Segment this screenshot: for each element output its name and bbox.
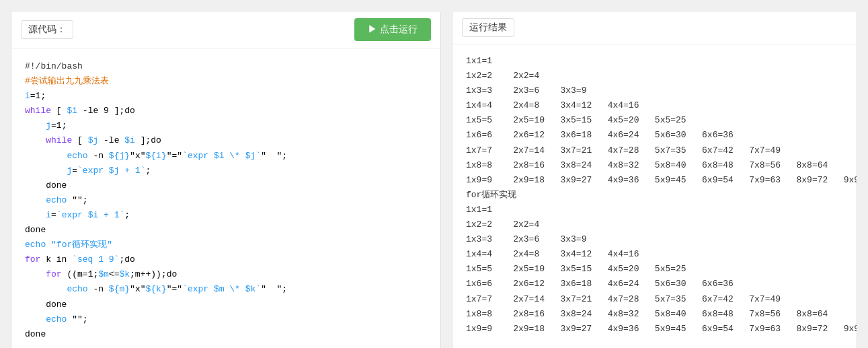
source-panel: 源代码： ▶ 点击运行 #!/bin/bash #尝试输出九九乘法表 i=1; …: [11, 11, 441, 348]
source-header: 源代码： ▶ 点击运行: [11, 11, 440, 48]
result-header: 运行结果: [452, 11, 857, 44]
result-panel: 运行结果 1x1=1 1x2=2 2x2=4 1x3=3 2x3=6 3x3=9…: [452, 11, 857, 348]
code-editor[interactable]: #!/bin/bash #尝试输出九九乘法表 i=1; while [ $i -…: [11, 48, 440, 348]
source-title: 源代码：: [21, 20, 73, 39]
result-output: 1x1=1 1x2=2 2x2=4 1x3=3 2x3=6 3x3=9 1x4=…: [452, 44, 857, 348]
result-title: 运行结果: [462, 18, 514, 37]
main-container: 源代码： ▶ 点击运行 #!/bin/bash #尝试输出九九乘法表 i=1; …: [0, 0, 868, 348]
run-button[interactable]: ▶ 点击运行: [354, 18, 431, 41]
